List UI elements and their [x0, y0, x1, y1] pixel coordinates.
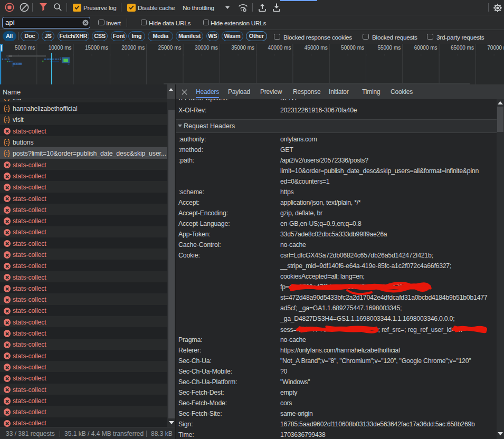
svg-text:45000 ms: 45000 ms	[305, 45, 328, 51]
svg-text:50000 ms: 50000 ms	[341, 45, 364, 51]
svg-text:35000 ms: 35000 ms	[231, 45, 254, 51]
svg-text:70000 ms: 70000 ms	[487, 45, 504, 51]
svg-text:30000 ms: 30000 ms	[195, 45, 218, 51]
svg-text:40000 ms: 40000 ms	[268, 45, 291, 51]
svg-text:55000 ms: 55000 ms	[377, 45, 401, 51]
svg-text:60000 ms: 60000 ms	[414, 45, 438, 51]
svg-text:20000 ms: 20000 ms	[121, 45, 145, 51]
svg-text:10000 ms: 10000 ms	[49, 45, 72, 51]
svg-text:15000 ms: 15000 ms	[85, 45, 108, 51]
svg-text:5000 ms: 5000 ms	[15, 45, 35, 51]
svg-text:25000 ms: 25000 ms	[158, 45, 182, 51]
svg-text:65000 ms: 65000 ms	[451, 45, 474, 51]
